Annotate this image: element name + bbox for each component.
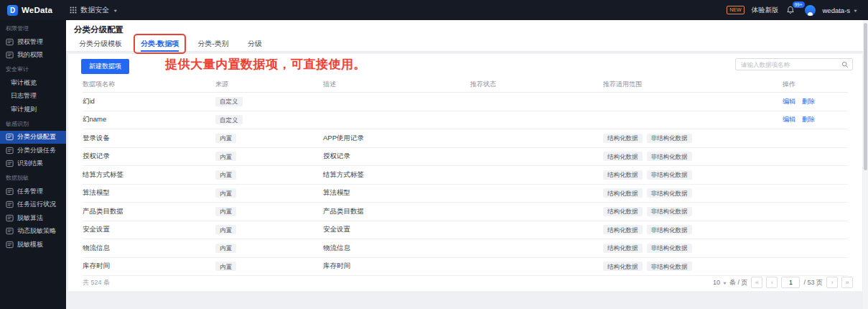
scope-tag: 非结构化数据 — [647, 225, 692, 234]
wedata-logo-text: WeData — [22, 6, 52, 14]
last-page-button[interactable]: » — [841, 277, 853, 288]
sidebar-item-3-任务运行状况[interactable]: 任务运行状况 — [0, 198, 66, 212]
tab-分级[interactable]: 分级 — [248, 37, 262, 52]
scrollbar-thumb[interactable] — [864, 23, 867, 170]
sidebar-item-2-识别结果[interactable]: 识别结果 — [0, 157, 66, 171]
tab-active-underline — [141, 50, 179, 52]
auth-manage-icon — [6, 38, 14, 46]
sidebar-item-0-我的权限[interactable]: 我的权限 — [0, 49, 66, 63]
source-tag: 内置 — [215, 225, 236, 234]
scope-tag: 结构化数据 — [603, 262, 643, 271]
column-header-推荐适用范围: 推荐适用范围 — [603, 80, 783, 89]
scope-tag: 非结构化数据 — [647, 134, 692, 143]
notification-count-badge: 99+ — [793, 1, 805, 8]
source-tag: 自定义 — [215, 97, 243, 106]
table-header-row: 数据项名称来源描述推荐状态推荐适用范围操作 — [83, 77, 848, 93]
column-header-描述: 描述 — [323, 80, 470, 89]
sidebar-item-label: 分类分级配置 — [17, 132, 56, 142]
classify-config-icon — [6, 133, 14, 141]
sidebar-item-1-审计概览[interactable]: 审计概览 — [0, 76, 66, 90]
tab-分类-数据项[interactable]: 分类-数据项 — [141, 37, 179, 52]
sidebar-item-label: 动态脱敏策略 — [17, 226, 56, 236]
next-page-button[interactable]: › — [826, 277, 838, 288]
wedata-logo[interactable]: D WeData — [0, 5, 62, 16]
table-row: 幻id自定义编辑删除 — [83, 93, 848, 111]
sidebar-item-2-分类分级任务[interactable]: 分类分级任务 — [0, 144, 66, 157]
table-row: 幻name自定义编辑删除 — [83, 111, 848, 130]
sidebar-item-label: 脱敏模板 — [17, 240, 43, 249]
search-input[interactable] — [741, 61, 841, 68]
scope-tag: 结构化数据 — [603, 134, 643, 143]
tab-分类-类别[interactable]: 分类-类别 — [197, 37, 228, 52]
sidebar-item-3-动态脱敏策略[interactable]: 动态脱敏策略 — [0, 225, 66, 239]
data-item-table: 数据项名称来源描述推荐状态推荐适用范围操作 幻id自定义编辑删除幻name自定义… — [83, 77, 848, 276]
table-row: 产品类目数据内置产品类目数据结构化数据非结构化数据 — [83, 203, 848, 221]
scope-tag: 非结构化数据 — [647, 244, 692, 253]
search-icon[interactable] — [841, 61, 849, 68]
action-link-编辑[interactable]: 编辑 — [783, 97, 795, 106]
sidebar-item-3-脱敏算法[interactable]: 脱敏算法 — [0, 211, 66, 225]
my-permissions-icon — [6, 51, 14, 59]
notification-bell-icon[interactable]: 99+ — [786, 4, 798, 16]
source-tag: 内置 — [215, 262, 236, 271]
cell-source: 内置 — [215, 244, 323, 253]
sidebar-item-1-日志管理[interactable]: 日志管理 — [0, 90, 66, 103]
scope-tag: 非结构化数据 — [647, 188, 692, 198]
sidebar-item-3-任务管理[interactable]: 任务管理 — [0, 185, 66, 198]
page-header: 分类分级配置 分类分级模板分类-数据项分类-类别分级 — [66, 20, 868, 52]
new-data-item-button[interactable]: 新建数据项 — [81, 59, 129, 74]
cell-scope: 结构化数据非结构化数据 — [603, 188, 783, 198]
source-tag: 内置 — [215, 152, 236, 161]
topbar-right: NEW 体验新版 99+ wedata-s ▼ — [727, 4, 868, 16]
sidebar-item-0-授权管理[interactable]: 授权管理 — [0, 35, 66, 49]
cell-description: 安全设置 — [323, 225, 470, 234]
scope-tag: 结构化数据 — [603, 244, 643, 253]
cell-name: 幻id — [83, 97, 215, 106]
cell-description: 产品类目数据 — [323, 207, 470, 216]
source-tag: 内置 — [215, 170, 236, 180]
first-page-button[interactable]: « — [751, 277, 762, 288]
avatar[interactable] — [805, 5, 816, 16]
cell-source: 内置 — [215, 225, 323, 234]
masking-algorithm-icon — [6, 214, 14, 222]
column-header-数据项名称: 数据项名称 — [83, 80, 215, 89]
scope-tag: 结构化数据 — [603, 225, 643, 234]
source-tag: 内置 — [215, 134, 236, 143]
sidebar: 权限管理授权管理我的权限安全审计审计概览日志管理审计规则敏感识别分类分级配置分类… — [0, 20, 66, 309]
cell-name: 安全设置 — [83, 225, 215, 234]
prev-page-button[interactable]: ‹ — [766, 277, 778, 288]
column-header-操作: 操作 — [783, 80, 848, 89]
column-header-来源: 来源 — [215, 80, 323, 89]
cell-description: 结算方式标签 — [323, 170, 470, 180]
source-tag: 内置 — [215, 207, 236, 216]
table-row: 结算方式标签内置结算方式标签结构化数据非结构化数据 — [83, 166, 848, 185]
action-link-编辑[interactable]: 编辑 — [783, 115, 795, 124]
cell-scope: 结构化数据非结构化数据 — [603, 134, 783, 143]
cell-source: 内置 — [215, 134, 323, 143]
page-size-select[interactable]: 10 ▼ 条 / 页 — [713, 278, 747, 287]
wedata-security-console: D WeData 数据安全 ▼ NEW 体验新版 99+ wedata-s ▼ … — [0, 0, 868, 309]
scope-tag: 非结构化数据 — [647, 207, 692, 216]
product-switcher[interactable]: 数据安全 ▼ — [62, 0, 125, 20]
page-number-input[interactable] — [781, 277, 800, 288]
masking-template-icon — [6, 241, 14, 249]
cell-name: 物流信息 — [83, 244, 215, 253]
cell-scope: 结构化数据非结构化数据 — [603, 152, 783, 161]
table-row: 算法模型内置算法模型结构化数据非结构化数据 — [83, 185, 848, 203]
try-new-version-link[interactable]: 体验新版 — [752, 6, 779, 15]
tab-分类分级模板[interactable]: 分类分级模板 — [79, 37, 122, 52]
sidebar-item-3-脱敏模板[interactable]: 脱敏模板 — [0, 238, 66, 252]
cell-source: 内置 — [215, 207, 323, 216]
user-menu[interactable]: wedata-s ▼ — [823, 6, 859, 14]
cell-source: 内置 — [215, 152, 323, 161]
scrollbar-track[interactable] — [863, 20, 868, 309]
action-link-删除[interactable]: 删除 — [802, 97, 815, 106]
sidebar-item-1-审计规则[interactable]: 审计规则 — [0, 103, 66, 116]
action-link-删除[interactable]: 删除 — [802, 115, 815, 124]
cell-description: 算法模型 — [323, 188, 470, 198]
data-item-card: 新建数据项 提供大量内置数据项，可直接使用。 数据项名称来源描述推荐状态推荐适用… — [68, 54, 862, 291]
chevron-down-icon: ▼ — [853, 8, 858, 12]
sidebar-item-2-分类分级配置[interactable]: 分类分级配置 — [0, 131, 66, 144]
main-content: 分类分级配置 分类分级模板分类-数据项分类-类别分级 新建数据项 提供大量内置数… — [66, 20, 868, 309]
classify-task-icon — [6, 147, 14, 154]
